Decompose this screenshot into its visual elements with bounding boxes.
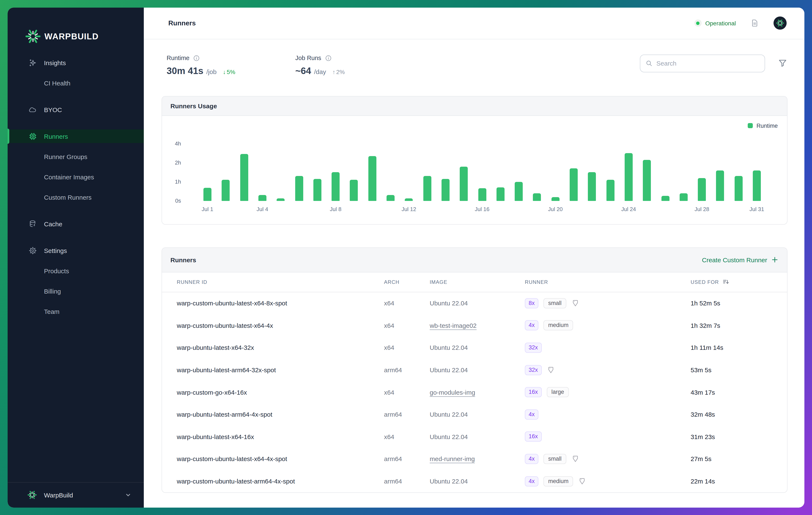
- y-tick: 0s: [162, 197, 181, 204]
- sidebar-item-label: CI Health: [44, 79, 70, 86]
- status-badge[interactable]: Operational: [694, 20, 736, 27]
- sidebar-item-products[interactable]: Products: [8, 264, 144, 278]
- sidebar-item-settings[interactable]: Settings: [8, 244, 144, 257]
- runtime-bar-jul-13: [423, 176, 431, 201]
- stat-job-runs-unit: /day: [314, 68, 326, 75]
- runtime-bar-jul-31: [753, 170, 761, 201]
- runners-usage-card: Runners Usage Runtime 0s1h2h4h Jul 1Jul …: [162, 96, 787, 224]
- legend-swatch: [748, 123, 753, 128]
- runtime-bar-jul-30: [734, 176, 743, 201]
- sidebar-item-billing[interactable]: Billing: [8, 284, 144, 298]
- runtime-bar-jul-10: [368, 156, 376, 201]
- multiplier-badge: 4x: [525, 409, 539, 420]
- image-link[interactable]: wb-test-image02: [430, 322, 476, 329]
- runner-id: warp-ubuntu-latest-arm64-32x-spot: [177, 366, 384, 373]
- active-indicator: [8, 128, 9, 144]
- x-tick: Jul 31: [749, 206, 764, 212]
- runner-id: warp-ubuntu-latest-arm64-4x-spot: [177, 411, 384, 418]
- search-icon: [645, 60, 652, 67]
- sidebar-item-insights[interactable]: Insights: [8, 56, 144, 69]
- main-area: Runners Operational: [144, 8, 804, 507]
- table-row[interactable]: warp-ubuntu-latest-x64-32xx64Ubuntu 22.0…: [162, 337, 787, 359]
- x-tick: Jul 12: [402, 206, 416, 212]
- filter-icon[interactable]: [778, 58, 787, 68]
- status-label: Operational: [705, 20, 736, 27]
- used-for: 22m 14s: [691, 478, 772, 485]
- info-icon[interactable]: [193, 54, 200, 61]
- sidebar-item-runners[interactable]: Runners: [8, 130, 144, 143]
- runtime-bar-jul-7: [313, 179, 321, 201]
- runner-arch: x64: [384, 389, 430, 396]
- table-row[interactable]: warp-custom-ubuntu-latest-x64-8x-spotx64…: [162, 292, 787, 314]
- runtime-bar-jul-25: [643, 160, 651, 201]
- runner-id: warp-custom-ubuntu-latest-x64-8x-spot: [177, 300, 384, 307]
- cloud-icon: [28, 105, 38, 114]
- runtime-bar-jul-2: [222, 180, 230, 201]
- y-tick: 4h: [162, 140, 181, 147]
- org-switcher[interactable]: WarpBuild: [8, 482, 144, 507]
- multiplier-badge: 16x: [525, 432, 542, 442]
- image-link[interactable]: med-runner-img: [430, 455, 475, 462]
- sidebar-item-custom-runners[interactable]: Custom Runners: [8, 190, 144, 204]
- sort-icon[interactable]: [722, 278, 729, 286]
- x-tick: Jul 28: [694, 206, 709, 212]
- search-input[interactable]: [656, 60, 754, 67]
- col-used-for: USED FOR: [691, 278, 772, 286]
- sidebar-item-ci-health[interactable]: CI Health: [8, 76, 144, 90]
- table-row[interactable]: warp-custom-ubuntu-latest-x64-4xx64wb-te…: [162, 314, 787, 337]
- image-link[interactable]: go-modules-img: [430, 389, 475, 396]
- sidebar-item-label: Products: [44, 267, 69, 274]
- docs-icon[interactable]: [750, 19, 759, 28]
- table-row[interactable]: warp-ubuntu-latest-arm64-4x-spotarm64Ubu…: [162, 403, 787, 426]
- create-custom-runner-button[interactable]: Create Custom Runner: [702, 256, 779, 263]
- used-for: 53m 5s: [691, 366, 772, 373]
- table-header-row: RUNNER ID ARCH IMAGE RUNNER USED FOR: [162, 272, 787, 292]
- y-tick: 2h: [162, 159, 181, 166]
- table-row[interactable]: warp-custom-go-x64-16xx64go-modules-img1…: [162, 381, 787, 403]
- sidebar-item-label: Billing: [44, 287, 61, 295]
- status-dot: [694, 20, 701, 27]
- runtime-bar-jul-29: [716, 170, 724, 201]
- avatar[interactable]: [774, 17, 787, 30]
- stat-runtime-delta: ↓5%: [223, 68, 235, 75]
- table-row[interactable]: warp-ubuntu-latest-x64-16xx64Ubuntu 22.0…: [162, 426, 787, 448]
- stat-runtime-value: 30m 41s: [167, 65, 203, 76]
- runtime-bar-jul-3: [240, 154, 248, 201]
- usage-chart: Runtime 0s1h2h4h Jul 1Jul 4Jul 8Jul 12Ju…: [162, 116, 787, 224]
- table-row[interactable]: warp-ubuntu-latest-arm64-32x-spotarm64Ub…: [162, 359, 787, 381]
- runtime-bar-jul-4: [258, 195, 266, 201]
- runtime-bar-jul-18: [515, 182, 523, 201]
- x-tick: Jul 16: [475, 206, 489, 212]
- runtime-bar-jul-11: [386, 195, 395, 201]
- runtime-bar-jul-17: [496, 188, 504, 201]
- info-icon[interactable]: [325, 54, 332, 61]
- sidebar-item-container-images[interactable]: Container Images: [8, 170, 144, 183]
- x-tick: Jul 4: [257, 206, 268, 212]
- tag-icon: [571, 455, 579, 463]
- sidebar-item-cache[interactable]: Cache: [8, 217, 144, 231]
- multiplier-badge: 4x: [525, 320, 539, 331]
- used-for: 31m 23s: [691, 433, 772, 440]
- stat-runtime-unit: /job: [206, 68, 216, 75]
- usage-card-title: Runners Usage: [170, 102, 217, 109]
- table-row[interactable]: warp-custom-ubuntu-latest-x64-4x-spotarm…: [162, 448, 787, 470]
- sidebar-item-label: Insights: [44, 59, 66, 66]
- brand-logo[interactable]: WARPBUILD: [8, 8, 144, 46]
- sparkles-icon: [28, 58, 38, 67]
- runtime-bar-jul-20: [551, 197, 559, 201]
- table-row[interactable]: warp-custom-ubuntu-latest-arm64-4x-spota…: [162, 470, 787, 492]
- x-tick: Jul 20: [548, 206, 563, 212]
- col-runner: RUNNER: [525, 279, 691, 285]
- runtime-bar-jul-1: [203, 188, 211, 201]
- col-image: IMAGE: [430, 279, 525, 285]
- runtime-bar-jul-12: [405, 198, 413, 201]
- stat-runtime: Runtime 30m 41s /job ↓5%: [167, 54, 235, 76]
- sidebar-item-byoc[interactable]: BYOC: [8, 103, 144, 116]
- used-for: 1h 32m 7s: [691, 322, 772, 329]
- runtime-bar-jul-24: [625, 153, 633, 201]
- runtime-bar-jul-6: [295, 176, 303, 201]
- size-badge: large: [547, 387, 569, 397]
- sidebar-item-team[interactable]: Team: [8, 305, 144, 318]
- sidebar-item-runner-groups[interactable]: Runner Groups: [8, 150, 144, 163]
- chevron-down-icon: [124, 491, 132, 499]
